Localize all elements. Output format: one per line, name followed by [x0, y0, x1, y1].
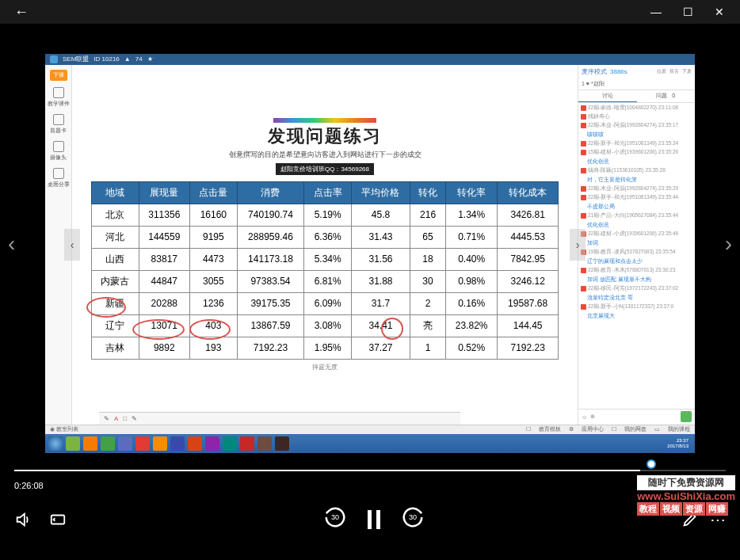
start-icon[interactable] [48, 436, 63, 451]
speaker-row: 1 ♥ *赵阳 [578, 78, 695, 90]
app-title: SEM联盟 [63, 55, 89, 63]
status-courses[interactable]: ▭ 我的课程 [654, 426, 690, 432]
minimize-button[interactable]: — [642, 1, 670, 23]
user-badge-icon [581, 195, 586, 200]
table-row: 山西838174473141173.185.34%31.56180.40%784… [92, 248, 559, 270]
emoji-icon[interactable]: ☺ [582, 414, 587, 420]
table-header: 消费 [237, 181, 304, 204]
pointer-icon[interactable]: ✎ [104, 415, 109, 422]
taskbar-app[interactable] [153, 436, 167, 451]
slide-next[interactable]: › [725, 231, 732, 257]
status-netdisk[interactable]: ☐ 我的网盘 [612, 426, 647, 432]
close-button[interactable]: ✕ [705, 1, 734, 23]
chat-item: 22期-木业-阿源(1992804274) 23:35:17 [581, 122, 692, 129]
people-icon: ▲ [124, 55, 131, 63]
home-icon[interactable] [50, 55, 58, 63]
chat-item: 19期-教育-凌风(537827083) 23:35:54 [581, 249, 692, 256]
chat-item: 22期-木业-阿源(1992804274) 23:35:29 [581, 185, 692, 192]
text-icon[interactable]: A [114, 415, 118, 422]
attach-icon[interactable]: ⊕ [590, 413, 595, 420]
status-template[interactable]: ☐ 教育模板 [526, 426, 561, 432]
taskbar-clock: 23:372017/8/13 [667, 438, 692, 448]
presentation-next[interactable]: › [570, 229, 586, 261]
taskbar-app[interactable] [275, 436, 289, 451]
action-pull[interactable]: 拉麦 [657, 68, 666, 75]
chat-message: 流量特定没北京 哥 [587, 294, 692, 302]
tab-discuss[interactable]: 讨论 [578, 90, 637, 102]
taskbar-app[interactable] [118, 436, 132, 451]
tab-question[interactable]: 问题 0 [637, 90, 696, 102]
chat-item: 残缺布心 [581, 113, 692, 120]
progress-handle[interactable] [647, 459, 656, 469]
presentation-prev[interactable]: ‹ [64, 229, 80, 261]
chat-panel: 麦序模式 3886s 拉麦 禁言 下麦 1 ♥ *赵阳 讨论 问题 0 22期-… [578, 65, 695, 425]
screenshare-icon [53, 168, 64, 179]
user-badge-icon [581, 213, 586, 219]
user-badge-icon [581, 304, 586, 310]
status-bar: ◉ 教室列表 ☐ 教育模板 ⚙ 应用中心 ☐ 我的网盘 ▭ 我的课程 [45, 425, 695, 434]
chat-item: 22期-新手-和光(1951081349) 23:35:44 [581, 194, 692, 201]
download-button[interactable]: 下课 [50, 70, 67, 81]
taskbar-app[interactable] [205, 436, 219, 451]
watermark: 随时下免费资源网 www.SuiShiXia.com 教程视频资源网赚 [637, 475, 735, 516]
rewind-30-icon[interactable]: 30 [323, 505, 347, 535]
courseware-icon [53, 87, 64, 98]
pen-icon[interactable]: ✎ [132, 415, 137, 422]
star-icon: ★ [147, 55, 153, 63]
status-appcenter[interactable]: ⚙ 应用中心 [569, 426, 604, 432]
user-badge-icon [581, 114, 586, 120]
action-down[interactable]: 下麦 [682, 68, 692, 75]
rail-item-courseware[interactable]: 教学课件 [48, 87, 70, 108]
chat-item: 22期-家政-暗度(1004802270) 23:11:08 [581, 105, 692, 112]
caption-icon[interactable] [49, 511, 67, 528]
taskbar-app[interactable] [170, 436, 185, 451]
table-header: 展现量 [139, 181, 189, 204]
chat-message: 辽宁的展现和点击太少 [587, 257, 692, 265]
taskbar-app[interactable] [135, 436, 150, 451]
chat-message: 优化创意 [587, 221, 692, 229]
taskbar-app[interactable] [101, 436, 115, 451]
qq-badge: 赵阳竞价培训班QQ：34569268 [276, 163, 374, 175]
status-left[interactable]: ◉ 教室列表 [50, 425, 78, 433]
mode-label: 麦序模式 [582, 67, 607, 76]
rail-item-screenshare[interactable]: 桌面分享 [48, 168, 70, 189]
chat-message: 加词 放匹配 展现量不大构 [587, 276, 692, 284]
presentation-footer: 摔霆无度 [91, 363, 559, 371]
answer-icon [53, 114, 64, 125]
chat-message: 不提那公局 [587, 203, 692, 211]
taskbar-app[interactable] [188, 436, 202, 451]
progress-bar[interactable] [0, 463, 740, 479]
forward-30-icon[interactable]: 30 [401, 505, 425, 535]
chat-input[interactable]: ☺ ⊕ [578, 409, 695, 425]
chat-item: 22期-建材-小虎(1939601206) 23:35:46 [581, 230, 692, 238]
user-badge-icon [581, 105, 586, 111]
table-header: 地域 [92, 181, 139, 204]
user-badge-icon [581, 286, 586, 291]
taskbar-app[interactable] [257, 436, 272, 451]
pause-button[interactable] [368, 510, 380, 529]
table-row: 北京31135616160740190.745.19%45.82161.34%3… [92, 204, 559, 226]
send-button[interactable] [681, 411, 692, 422]
volume-icon[interactable] [14, 511, 32, 528]
chat-message: 北京展现大 [587, 312, 692, 320]
annotation-toolbar[interactable]: ✎ A □ ✎ [99, 412, 460, 425]
table-row: 吉林98921937192.231.95%37.2710.52%7192.23 [92, 337, 559, 359]
table-header: 点击量 [190, 181, 238, 204]
taskbar-app[interactable] [66, 436, 80, 451]
user-badge-icon [581, 123, 586, 128]
chat-item: 钱商-陈颖(1153610105) 23:35:28 [581, 167, 692, 174]
maximize-button[interactable]: ☐ [673, 1, 702, 23]
taskbar-app[interactable] [83, 436, 97, 451]
rail-item-camera[interactable]: 摄像头 [50, 141, 67, 162]
taskbar-app[interactable] [223, 436, 237, 451]
back-button[interactable]: ← [6, 4, 36, 21]
clear-icon[interactable]: □ [123, 415, 127, 422]
table-row: 内蒙古44847305597383.546.81%31.88300.98%324… [92, 270, 559, 292]
slide-prev[interactable]: ‹ [8, 231, 15, 257]
table-row: 新疆20288123639175.356.09%31.720.16%19587.… [92, 292, 559, 314]
action-mute[interactable]: 禁言 [669, 68, 679, 75]
table-header: 转化成本 [498, 181, 559, 204]
chat-item: 22期-移民-阿芳(1972172243) 23:37:02 [581, 285, 692, 292]
taskbar-app[interactable] [240, 436, 254, 451]
rail-item-answer[interactable]: 普题卡 [50, 114, 67, 135]
